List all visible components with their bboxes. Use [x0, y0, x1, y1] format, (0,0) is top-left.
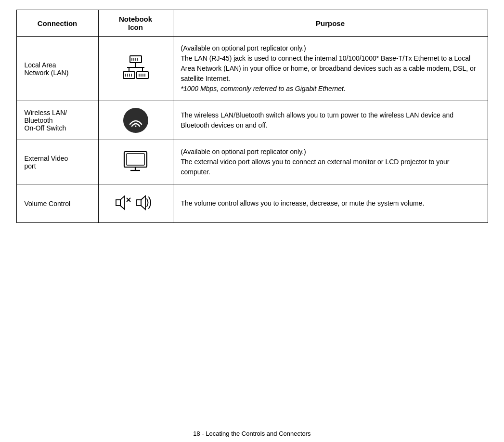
connection-volume: Volume Control	[16, 184, 98, 223]
table-row: Local AreaNetwork (LAN)	[16, 37, 488, 101]
svg-marker-25	[120, 196, 125, 209]
page-footer: 18 - Locating the Controls and Connector…	[0, 421, 504, 442]
header-notebook-icon: NotebookIcon	[98, 10, 173, 37]
icon-cell-volume	[98, 184, 173, 223]
svg-rect-28	[137, 200, 141, 206]
volume-icon	[106, 191, 165, 216]
video-port-icon	[106, 150, 165, 174]
purpose-video: (Available on optional port replicator o…	[173, 140, 488, 184]
page-container: Connection NotebookIcon Purpose Local Ar…	[16, 10, 488, 412]
connection-wireless: Wireless LAN/BluetoothOn-Off Switch	[16, 101, 98, 140]
purpose-volume: The volume control allows you to increas…	[173, 184, 488, 223]
footer-text: 18 - Locating the Controls and Connector…	[193, 430, 310, 437]
icon-cell-wireless	[98, 101, 173, 140]
svg-rect-20	[124, 152, 147, 167]
lan-icon	[121, 55, 150, 81]
connections-table: Connection NotebookIcon Purpose Local Ar…	[16, 10, 488, 223]
lan-svg	[121, 55, 150, 81]
svg-rect-21	[127, 154, 144, 165]
header-purpose: Purpose	[173, 10, 488, 37]
header-connection: Connection	[16, 10, 98, 37]
purpose-italic: *1000 Mbps, commonly referred to as Giga…	[181, 85, 346, 92]
purpose-text: (Available on optional port replicator o…	[181, 44, 476, 92]
purpose-text: (Available on optional port replicator o…	[181, 148, 450, 176]
connection-lan: Local AreaNetwork (LAN)	[16, 37, 98, 101]
table-row: Wireless LAN/BluetoothOn-Off Switch The	[16, 101, 488, 140]
svg-rect-24	[116, 200, 120, 206]
table-row: Volume Control	[16, 184, 488, 223]
volume-svg	[114, 191, 157, 214]
icon-cell-video	[98, 140, 173, 184]
table-row: External Videoport	[16, 140, 488, 184]
icon-cell-lan	[98, 37, 173, 101]
video-svg	[122, 150, 149, 173]
wireless-icon	[123, 108, 148, 133]
purpose-text: The volume control allows you to increas…	[181, 199, 425, 207]
purpose-text: The wireless LAN/Bluetooth switch allows…	[181, 111, 454, 129]
purpose-lan: (Available on optional port replicator o…	[173, 37, 488, 101]
svg-point-19	[135, 126, 136, 127]
wireless-svg	[127, 114, 144, 127]
svg-rect-14	[137, 72, 148, 78]
svg-marker-29	[141, 196, 145, 209]
connection-video: External Videoport	[16, 140, 98, 184]
purpose-wireless: The wireless LAN/Bluetooth switch allows…	[173, 101, 488, 140]
svg-rect-9	[123, 72, 135, 78]
